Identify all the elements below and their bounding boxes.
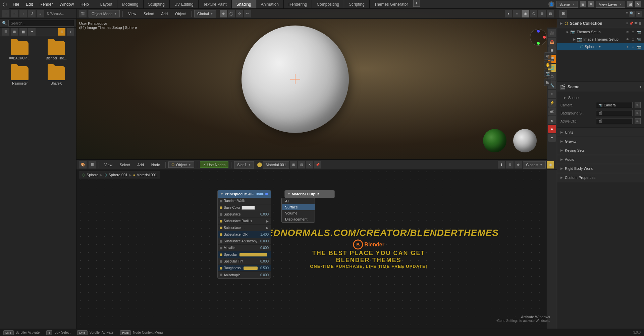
bsdf-row-subior[interactable]: Subsurface IOR 1.400 (218, 231, 271, 238)
ne-color-btn[interactable]: ◉ (547, 161, 554, 169)
camera-edit-btn[interactable]: ✏ (635, 102, 641, 108)
ne-node-menu[interactable]: Node (149, 161, 163, 169)
bsdf-row-basecolor[interactable]: Base Color (218, 204, 271, 211)
shading-rendered-btn[interactable]: ◉ (522, 10, 529, 17)
collection-filter-btn[interactable]: ≡ (626, 21, 628, 25)
zoom-to-fit-btn[interactable]: ⊕ (544, 52, 551, 60)
tree-render-3[interactable]: 📷 (636, 45, 641, 49)
object-mode-dropdown[interactable]: Object Mode ▼ (89, 10, 120, 17)
file-item-sharex[interactable]: ShareX (40, 65, 73, 87)
node-editor-options-btn[interactable]: ☰ (89, 161, 96, 169)
tree-select-3[interactable]: ⊙ (631, 45, 635, 49)
tree-select-2[interactable]: ⊙ (631, 38, 635, 41)
annotate-btn[interactable]: ✏ (244, 10, 251, 17)
basecolor-value[interactable] (241, 206, 255, 210)
scene-add-btn[interactable]: ✕ (588, 1, 594, 7)
add-workspace-button[interactable]: + (413, 0, 420, 7)
object-menu[interactable]: Object (172, 10, 189, 17)
scene-selector[interactable]: Scene ▼ (556, 1, 578, 8)
scene-expand-btn[interactable]: ▾ (640, 85, 641, 89)
bsdf-row-specular[interactable]: Specular (218, 251, 271, 258)
grid-btn[interactable]: ⊞ (544, 79, 551, 86)
bsdf-row-anisotropic[interactable]: Anisotropic 0.000 (218, 272, 271, 278)
bsdf-row-subcolor[interactable]: Subsurface ... ▶ (218, 225, 271, 231)
tab-shading[interactable]: Shading (232, 0, 256, 8)
tree-select-1[interactable]: ⊙ (631, 30, 635, 34)
node-editor-type-btn[interactable]: 🎨 (79, 161, 87, 169)
home-button[interactable]: ⌂ (37, 10, 44, 17)
user-icon[interactable]: 👤 (548, 1, 554, 7)
grid-view-button[interactable]: ⊞ (11, 28, 18, 36)
viewport-type-btn[interactable]: 🎬 (79, 10, 87, 17)
camera-value[interactable]: 📷 Camera (596, 102, 633, 108)
refresh-button[interactable]: ↺ (28, 10, 36, 17)
dropdown-surface[interactable]: Surface (282, 204, 315, 210)
matout-collapse[interactable]: ▼ (287, 192, 290, 196)
props-particles-btn[interactable]: ✦ (548, 90, 556, 98)
bsdf-row-roughness[interactable]: Roughness 0.500 (218, 265, 271, 272)
tab-rendering[interactable]: Rendering (284, 0, 312, 8)
shading-wire-btn[interactable]: ⬡ (530, 10, 537, 17)
units-section-header[interactable]: ▶ Units (557, 128, 644, 137)
view-layer-controls[interactable]: ⊞ (627, 1, 633, 7)
collection-pin-btn[interactable]: 📌 (629, 21, 633, 25)
rp-view-btn[interactable]: ⊞ (559, 10, 567, 18)
up-button[interactable]: ↑ (19, 10, 27, 17)
node-editor[interactable]: 🎨 ☰ View Select Add Node ⬡ Object ▼ ✓ Us… (76, 159, 557, 336)
dropdown-displacement[interactable]: Displacement (282, 216, 315, 222)
props-output-btn[interactable]: 📤 (548, 38, 556, 46)
view-menu[interactable]: View (125, 10, 139, 17)
tab-scripting[interactable]: Scripting (344, 0, 370, 8)
collection-exclude-btn[interactable]: ⊞ (639, 21, 641, 25)
sort-button[interactable]: ↕ (67, 28, 74, 36)
shading-solid-btn[interactable]: ● (505, 10, 512, 17)
tab-compositing[interactable]: Compositing (312, 0, 344, 8)
file-item-backup[interactable]: ==BACKUP ... (3, 40, 37, 61)
view-layer-selector[interactable]: View Layer ▼ (596, 1, 625, 8)
ne-snap-up-btn[interactable]: ⬆ (498, 161, 505, 169)
ne-view-menu[interactable]: View (102, 161, 115, 169)
menu-file[interactable]: File (9, 0, 22, 8)
dropdown-volume[interactable]: Volume (282, 210, 315, 216)
bsdf-row-subradius[interactable]: Subsurface Radius ▶ (218, 218, 271, 225)
viewport-3d[interactable]: 🎬 Object Mode ▼ View Select Add Object G… (76, 9, 557, 159)
rp-filter-btn[interactable]: ▾ (636, 11, 642, 17)
ne-snap-btn[interactable]: ⊕ (515, 161, 522, 169)
tab-themes-generator[interactable]: Themes Generator (370, 0, 413, 8)
ne-grid-btn[interactable]: ⊞ (506, 161, 514, 169)
active-clip-value[interactable]: 🎬 (596, 118, 633, 124)
transform-btn[interactable]: ⟳ (236, 10, 243, 17)
props-render-btn[interactable]: 🎥 (548, 29, 556, 37)
menu-edit[interactable]: Edit (22, 0, 36, 8)
xray-btn[interactable]: ⊟ (547, 10, 554, 17)
tab-layout[interactable]: Layout (96, 0, 117, 8)
material-unlink-btn[interactable]: ✕ (306, 161, 313, 169)
background-value[interactable]: 🎬 (596, 110, 633, 116)
filter-dropdown[interactable]: Closest ▼ (523, 161, 546, 169)
icon-view-button[interactable]: ▦ (19, 28, 27, 36)
tree-item-image-themes-setup[interactable]: ▶ 📷 Image Themes Setup 👁 ⊙ 📷 (557, 36, 644, 43)
camera-btn[interactable]: 📷 (544, 70, 551, 77)
view-options-button[interactable]: ▾ (28, 28, 36, 36)
dropdown-all[interactable]: All (282, 198, 315, 204)
customprops-section-header[interactable]: ▶ Custom Properties (557, 173, 644, 182)
filter-button[interactable]: ⊞ (58, 28, 65, 36)
menu-help[interactable]: Help (77, 0, 92, 8)
back-button[interactable]: ← (2, 10, 9, 17)
background-edit-btn[interactable]: ✏ (635, 110, 641, 116)
collection-visibility-btn[interactable]: 👁 (634, 21, 638, 25)
ne-select-menu[interactable]: Select (117, 161, 133, 169)
tab-sculpting[interactable]: Sculpting (144, 0, 170, 8)
slot-dropdown[interactable]: Slot 1 ▼ (234, 161, 254, 169)
tab-animation[interactable]: Animation (256, 0, 284, 8)
props-shaderfx-btn[interactable]: ✦ (548, 134, 556, 142)
props-constraints-btn[interactable]: ⛓ (548, 107, 556, 115)
bsdf-row-metallic[interactable]: Metallic 0.000 (218, 245, 271, 251)
overlay-btn[interactable]: ⊞ (538, 10, 546, 17)
tab-modeling[interactable]: Modeling (117, 0, 144, 8)
bsdf-row-subaniso[interactable]: Subsurface Anisotropy 0.000 (218, 238, 271, 245)
menu-render[interactable]: Render (36, 0, 56, 8)
snap-btn[interactable]: ⊕ (220, 10, 227, 17)
keyingsets-section-header[interactable]: ▶ Keying Sets (557, 146, 644, 155)
select-menu[interactable]: Select (141, 10, 157, 17)
